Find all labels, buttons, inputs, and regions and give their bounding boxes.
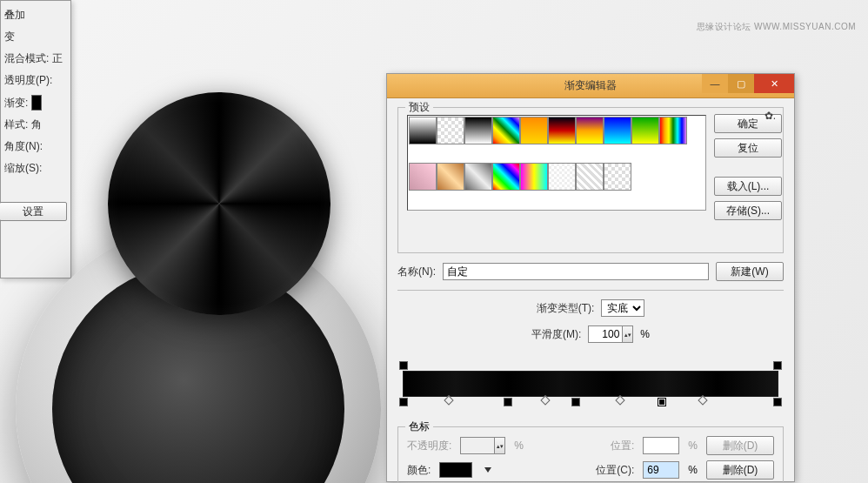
preset-swatch[interactable] [464, 163, 492, 191]
preset-swatch[interactable] [409, 163, 437, 191]
preset-swatch[interactable] [631, 117, 659, 144]
gradient-swatch[interactable] [31, 95, 42, 111]
preset-swatches [407, 115, 706, 211]
delete-opacity-stop-button: 删除(D) [706, 436, 774, 455]
presets-frame: 预设 ✿. [397, 107, 784, 253]
preset-swatch[interactable] [659, 117, 687, 144]
color-swatch[interactable] [439, 462, 472, 478]
opacity-stop-label: 不透明度: [407, 439, 451, 453]
preset-swatch[interactable] [520, 163, 548, 191]
opacity-position-input [643, 437, 679, 454]
new-button[interactable]: 新建(W) [716, 262, 784, 281]
midpoint-diamond[interactable] [541, 395, 551, 405]
blend-mode-value[interactable]: 正 [52, 51, 63, 66]
preset-swatch[interactable] [520, 117, 548, 144]
midpoint-diamond[interactable] [616, 395, 625, 405]
smoothness-input[interactable] [588, 325, 623, 343]
gradient-bar[interactable] [403, 371, 778, 397]
midpoint-diamond[interactable] [698, 395, 707, 405]
style-value[interactable]: 角 [31, 117, 42, 132]
preset-swatch[interactable] [409, 117, 437, 144]
color-location-input[interactable] [643, 461, 679, 479]
titlebar[interactable]: 渐变编辑器 — ▢ ✕ [387, 74, 794, 98]
color-dropdown-icon[interactable] [484, 467, 491, 473]
color-stop-label: 颜色: [407, 463, 431, 478]
opacity-stop[interactable] [773, 361, 782, 370]
layer-style-panel: 叠加 变 混合模式:正 透明度(P): 渐变: 样式:角 角度(N): 缩放(S… [0, 0, 71, 278]
preset-swatch[interactable] [492, 117, 520, 144]
overlay-label: 叠加 [4, 8, 25, 23]
gradient-type-label: 渐变类型(T): [537, 301, 595, 316]
percent-label: % [514, 439, 524, 452]
set-button[interactable]: 设置 [0, 202, 67, 221]
angle-label: 角度(N): [4, 139, 43, 154]
name-label: 名称(N): [397, 265, 436, 279]
gradient-short-label: 变 [4, 30, 15, 44]
opacity-stop-input [460, 437, 495, 454]
color-stop[interactable] [399, 398, 408, 406]
watermark-text: 思缘设计论坛 WWW.MISSYUAN.COM [697, 21, 856, 33]
color-stop-selected[interactable] [658, 398, 666, 406]
color-stop[interactable] [571, 398, 580, 406]
percent-label: % [640, 328, 650, 340]
preset-swatch[interactable] [548, 117, 576, 144]
preset-swatch[interactable] [437, 117, 464, 144]
blend-mode-label: 混合模式: [4, 51, 49, 66]
opacity-position-label: 位置: [611, 439, 634, 453]
gradient-editor-dialog: 渐变编辑器 — ▢ ✕ 确定 复位 载入(L)... 存储(S)... 预设 ✿… [386, 73, 795, 482]
gear-icon[interactable]: ✿. [765, 110, 776, 122]
gradient-type-select[interactable]: 实底 [601, 299, 644, 317]
minimize-button[interactable]: — [702, 74, 728, 93]
color-stop[interactable] [504, 398, 512, 406]
gradient-bar-area [397, 359, 784, 419]
foreground-black-knob [108, 92, 331, 315]
smoothness-spinner[interactable]: ▴▾ [623, 325, 633, 343]
preset-swatch[interactable] [437, 163, 464, 191]
name-input[interactable] [443, 263, 709, 280]
preset-swatch[interactable] [464, 117, 492, 144]
preset-swatch[interactable] [604, 163, 631, 191]
color-location-label: 位置(C): [596, 463, 634, 478]
delete-color-stop-button[interactable]: 删除(D) [706, 460, 774, 480]
preset-swatch[interactable] [548, 163, 576, 191]
stops-legend: 色标 [405, 419, 433, 434]
preset-swatch[interactable] [576, 117, 604, 144]
maximize-button[interactable]: ▢ [728, 74, 754, 93]
grad-label: 渐变: [4, 96, 28, 111]
style-label: 样式: [4, 117, 28, 132]
close-button[interactable]: ✕ [754, 74, 794, 93]
percent-label: % [688, 464, 698, 476]
opacity-spinner: ▴▾ [495, 437, 505, 454]
stops-frame: 色标 不透明度: ▴▾ % 位置: % 删除(D) 颜色: 位置(C): % 删… [397, 426, 784, 483]
dialog-title: 渐变编辑器 [564, 78, 617, 93]
opacity-stop[interactable] [399, 361, 408, 370]
presets-legend: 预设 [405, 100, 433, 115]
opacity-label: 透明度(P): [4, 73, 52, 88]
midpoint-diamond[interactable] [444, 395, 453, 405]
smoothness-label: 平滑度(M): [531, 327, 581, 342]
percent-label: % [688, 439, 698, 452]
preset-swatch[interactable] [576, 163, 604, 191]
preset-swatch[interactable] [492, 163, 520, 191]
scale-label: 缩放(S): [4, 161, 42, 176]
color-stop[interactable] [773, 398, 782, 406]
preset-swatch[interactable] [604, 117, 631, 144]
